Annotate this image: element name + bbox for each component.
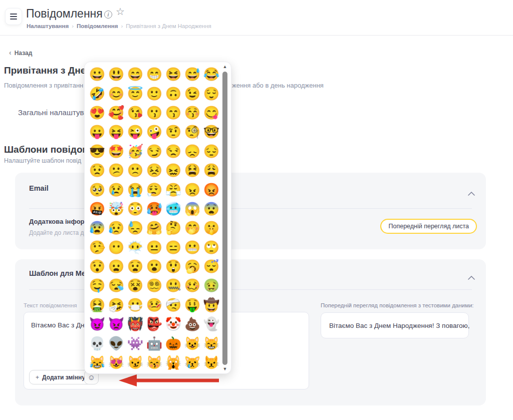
emoji-item[interactable]: 😍	[88, 103, 107, 122]
emoji-item[interactable]: 🤨	[164, 122, 183, 141]
emoji-item[interactable]: 🤥	[88, 238, 107, 257]
emoji-item[interactable]: 😣	[145, 161, 164, 180]
emoji-item[interactable]: 😼	[126, 353, 145, 372]
emoji-item[interactable]: 😁	[145, 65, 164, 84]
emoji-item[interactable]: 👿	[107, 314, 126, 333]
emoji-item[interactable]: 🤫	[202, 218, 221, 237]
emoji-item[interactable]: 🤖	[145, 333, 164, 352]
emoji-item[interactable]: 🤧	[107, 295, 126, 314]
emoji-item[interactable]: 😫	[183, 161, 202, 180]
back-link[interactable]: ‹Назад	[9, 49, 32, 57]
emoji-item[interactable]: 😅	[183, 65, 202, 84]
emoji-item[interactable]: 😪	[107, 276, 126, 295]
emoji-item[interactable]: 🤑	[183, 295, 202, 314]
emoji-item[interactable]: 😇	[126, 84, 145, 103]
add-variable-button[interactable]: + Додати змінну	[29, 370, 92, 384]
emoji-scrollbar[interactable]: ▲ ▼	[221, 63, 229, 372]
emoji-item[interactable]: 🤬	[88, 199, 107, 218]
emoji-item[interactable]: 😷	[126, 295, 145, 314]
emoji-item[interactable]: 🥴	[183, 276, 202, 295]
emoji-item[interactable]: 🥳	[126, 142, 145, 161]
emoji-item[interactable]: 🧐	[183, 122, 202, 141]
emoji-item[interactable]: 🤠	[202, 295, 221, 314]
emoji-item[interactable]: 🤮	[88, 295, 107, 314]
breadcrumb-messages[interactable]: Повідомлення	[77, 23, 118, 29]
emoji-item[interactable]: 🤔	[164, 218, 183, 237]
emoji-item[interactable]: 😀	[88, 65, 107, 84]
emoji-item[interactable]: 😶‍🌫️	[126, 238, 145, 257]
emoji-item[interactable]: 😐	[145, 238, 164, 257]
collapse-chevron-icon[interactable]	[468, 273, 475, 282]
emoji-item[interactable]: 😵‍💫	[145, 276, 164, 295]
emoji-item[interactable]: 😶	[107, 238, 126, 257]
emoji-item[interactable]: 😩	[202, 161, 221, 180]
emoji-item[interactable]: 🥺	[88, 180, 107, 199]
emoji-item[interactable]: 🤤	[88, 276, 107, 295]
emoji-item[interactable]: 😾	[202, 353, 221, 372]
emoji-item[interactable]: 🤣	[88, 84, 107, 103]
emoji-item[interactable]: 😏	[145, 142, 164, 161]
emoji-item[interactable]: 🙄	[202, 238, 221, 257]
emoji-item[interactable]: 😙	[164, 103, 183, 122]
emoji-item[interactable]: 😉	[183, 84, 202, 103]
emoji-item[interactable]: 😲	[164, 257, 183, 276]
emoji-item[interactable]: 😸	[202, 333, 221, 352]
preview-letter-button[interactable]: Попередній перегляд листа	[380, 219, 477, 234]
emoji-item[interactable]: 😒	[164, 142, 183, 161]
emoji-item[interactable]: 😵	[126, 276, 145, 295]
emoji-item[interactable]: 😡	[202, 180, 221, 199]
emoji-item[interactable]: 😈	[88, 314, 107, 333]
emoji-item[interactable]: 🤗	[145, 218, 164, 237]
emoji-item[interactable]: 🤐	[164, 276, 183, 295]
emoji-item[interactable]: 😴	[202, 257, 221, 276]
emoji-item[interactable]: 😞	[183, 142, 202, 161]
info-icon[interactable]: i	[104, 11, 112, 19]
emoji-item[interactable]: 😭	[126, 180, 145, 199]
scroll-up-icon[interactable]: ▲	[221, 64, 229, 69]
emoji-item[interactable]: 😔	[202, 142, 221, 161]
emoji-item[interactable]: 😘	[126, 103, 145, 122]
emoji-item[interactable]: 🤩	[107, 142, 126, 161]
emoji-item[interactable]: 😃	[107, 65, 126, 84]
emoji-item[interactable]: 🤒	[145, 295, 164, 314]
emoji-item[interactable]: 😧	[126, 257, 145, 276]
emoji-item[interactable]: 🤭	[183, 218, 202, 237]
emoji-item[interactable]: 😑	[164, 238, 183, 257]
emoji-item[interactable]: 😆	[164, 65, 183, 84]
emoji-item[interactable]: 😽	[145, 353, 164, 372]
emoji-item[interactable]: 😓	[126, 218, 145, 237]
emoji-item[interactable]: 🥶	[164, 199, 183, 218]
emoji-item[interactable]: 😮	[145, 257, 164, 276]
emoji-item[interactable]: 😹	[88, 353, 107, 372]
emoji-item[interactable]: 🎃	[164, 333, 183, 352]
emoji-item[interactable]: 😄	[126, 65, 145, 84]
emoji-item[interactable]: 😝	[107, 122, 126, 141]
menu-button[interactable]	[5, 8, 22, 25]
emoji-item[interactable]: 😟	[88, 161, 107, 180]
emoji-item[interactable]: 😚	[183, 103, 202, 122]
emoji-item[interactable]: 🙂	[145, 84, 164, 103]
star-favorite-icon[interactable]: ☆	[116, 7, 125, 17]
emoji-item[interactable]: 🤓	[202, 122, 221, 141]
emoji-item[interactable]: 😿	[183, 353, 202, 372]
emoji-item[interactable]: 😛	[88, 122, 107, 141]
emoji-item[interactable]: 💩	[183, 314, 202, 333]
emoji-item[interactable]: 😋	[202, 103, 221, 122]
emoji-item[interactable]: 🥰	[107, 103, 126, 122]
emoji-item[interactable]: 😢	[107, 180, 126, 199]
emoji-item[interactable]: 😂	[202, 65, 221, 84]
emoji-item[interactable]: 🙃	[164, 84, 183, 103]
emoji-item[interactable]: 🤕	[164, 295, 183, 314]
emoji-item[interactable]: 👺	[145, 314, 164, 333]
emoji-item[interactable]: 😻	[107, 353, 126, 372]
collapse-chevron-icon[interactable]	[468, 189, 475, 198]
emoji-item[interactable]: 😗	[145, 103, 164, 122]
emoji-item[interactable]: 😥	[107, 218, 126, 237]
emoji-item[interactable]: 😤	[164, 180, 183, 199]
emoji-item[interactable]: 😌	[202, 84, 221, 103]
emoji-item[interactable]: 😜	[126, 122, 145, 141]
emoji-item[interactable]: 😊	[107, 84, 126, 103]
emoji-item[interactable]: 🤢	[202, 276, 221, 295]
emoji-item[interactable]: 🙁	[126, 161, 145, 180]
emoji-item[interactable]: 🤯	[107, 199, 126, 218]
